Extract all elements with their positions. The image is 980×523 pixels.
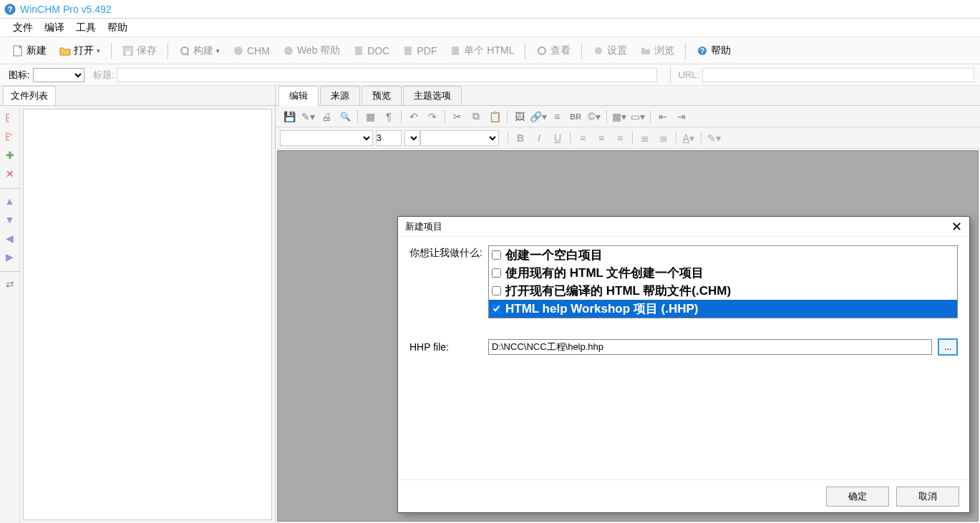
br-button[interactable]: BR <box>567 108 584 125</box>
underline-icon[interactable]: U <box>549 129 566 147</box>
edit-icon[interactable]: ✎▾ <box>299 108 316 125</box>
cut-icon[interactable]: ✂ <box>449 108 466 125</box>
svg-point-13 <box>595 47 602 54</box>
svg-text:?: ? <box>700 47 704 55</box>
editor-separator <box>650 110 651 123</box>
editor-separator <box>676 132 676 145</box>
side-separator <box>0 185 19 189</box>
undo-icon[interactable]: ↶ <box>405 108 422 125</box>
file-tree[interactable] <box>23 109 272 520</box>
font-size-input[interactable] <box>376 130 402 146</box>
prompt-label: 你想让我做什么: <box>409 245 488 318</box>
toolbar-separator <box>525 43 525 59</box>
title-input[interactable] <box>117 68 657 82</box>
copy-icon[interactable]: ⧉ <box>467 108 485 125</box>
view-button[interactable]: 查看 <box>530 42 576 59</box>
tab-filelist[interactable]: 文件列表 <box>3 86 56 105</box>
option-list[interactable]: 创建一个空白项目 使用现有的 HTML 文件创建一个项目 打开现有已编译的 HT… <box>488 245 958 318</box>
build-button[interactable]: 构建 ▾ <box>173 42 225 59</box>
option-blank-project[interactable]: 创建一个空白项目 <box>489 246 957 264</box>
italic-icon[interactable]: I <box>530 129 548 147</box>
option-checkbox[interactable] <box>492 268 501 278</box>
print-icon[interactable]: 🖨 <box>318 108 335 125</box>
paste-icon[interactable]: 📋 <box>486 108 503 125</box>
new-button[interactable]: 新建 <box>6 42 52 59</box>
option-checkbox[interactable] <box>492 286 501 295</box>
sort-icon[interactable]: ⇄ <box>2 276 18 292</box>
format-select[interactable] <box>420 130 499 146</box>
svg-rect-9 <box>355 47 362 55</box>
close-icon[interactable]: ✕ <box>951 219 962 235</box>
menu-file[interactable]: 文件 <box>7 20 39 36</box>
webhelp-button[interactable]: Web 帮助 <box>277 42 346 59</box>
doc-button[interactable]: DOC <box>347 43 395 59</box>
indent-right-icon[interactable]: ▶ <box>2 249 18 265</box>
singlehtml-button[interactable]: 单个 HTML <box>444 42 520 59</box>
chm-button[interactable]: CHM <box>227 43 276 59</box>
option-checkbox[interactable] <box>492 304 501 313</box>
font-select[interactable] <box>280 130 373 146</box>
align-center-icon[interactable]: ≡ <box>593 129 610 147</box>
add-item-icon[interactable]: ✚ <box>2 147 18 163</box>
save-button[interactable]: 保存 <box>117 42 162 59</box>
list-unordered-icon[interactable]: ≣ <box>655 129 672 147</box>
tree-collapse-icon[interactable] <box>2 129 18 145</box>
url-input[interactable] <box>702 68 974 82</box>
option-existing-html[interactable]: 使用现有的 HTML 文件创建一个项目 <box>489 264 957 282</box>
help-icon: ? <box>697 45 708 57</box>
browse-button[interactable]: 浏览 <box>634 42 680 59</box>
align-left-icon[interactable]: ≡ <box>574 129 591 147</box>
ok-button[interactable]: 确定 <box>826 487 889 507</box>
align-right-icon[interactable]: ≡ <box>611 129 629 147</box>
toolbar-separator <box>168 43 168 59</box>
selectall-icon[interactable]: ▦ <box>362 108 379 125</box>
option-checkbox[interactable] <box>492 250 501 260</box>
font-color-icon[interactable]: A▾ <box>680 129 697 147</box>
hhp-file-input[interactable] <box>488 339 932 355</box>
tab-topic-options[interactable]: 主题选项 <box>403 86 462 105</box>
browse-file-button[interactable]: ... <box>938 338 958 356</box>
list-ordered-icon[interactable]: ≣ <box>636 129 654 147</box>
find-icon[interactable]: 🔍 <box>336 108 354 125</box>
option-hhp-project[interactable]: HTML help Workshop 项目 (.HHP) <box>489 300 957 318</box>
font-size-dropdown[interactable] <box>404 130 420 146</box>
toolbar-separator <box>581 43 582 59</box>
copyright-icon[interactable]: ©▾ <box>586 108 603 125</box>
delete-item-icon[interactable]: ✕ <box>2 166 18 182</box>
menu-help[interactable]: 帮助 <box>102 20 133 36</box>
tab-source[interactable]: 来源 <box>320 86 360 105</box>
outdent-icon[interactable]: ⇤ <box>654 108 671 125</box>
move-up-icon[interactable]: ▲ <box>2 193 18 209</box>
open-button[interactable]: 打开 ▾ <box>54 42 106 59</box>
icon-select[interactable] <box>33 68 84 82</box>
editor-separator <box>507 110 508 123</box>
table-icon[interactable]: ▦▾ <box>611 108 628 125</box>
tab-edit[interactable]: 编辑 <box>278 86 319 106</box>
menu-tool[interactable]: 工具 <box>70 20 102 36</box>
cell-icon[interactable]: ▭▾ <box>629 108 646 125</box>
tab-preview[interactable]: 预览 <box>362 86 402 105</box>
tree-expand-icon[interactable] <box>2 110 18 126</box>
settings-button[interactable]: 设置 <box>587 42 633 59</box>
editor-separator <box>570 132 571 145</box>
svg-point-12 <box>538 47 545 54</box>
highlight-icon[interactable]: ✎▾ <box>705 129 722 147</box>
cancel-button[interactable]: 取消 <box>896 487 959 507</box>
option-existing-chm[interactable]: 打开现有已编译的 HTML 帮助文件(.CHM) <box>489 282 957 300</box>
image-icon[interactable]: 🖼 <box>511 108 528 125</box>
hr-icon[interactable]: ≡ <box>548 108 566 125</box>
menu-compile[interactable]: 编译 <box>39 20 70 36</box>
indent-icon[interactable]: ⇥ <box>673 108 690 125</box>
move-down-icon[interactable]: ▼ <box>2 212 18 228</box>
help-button[interactable]: ? 帮助 <box>691 42 737 59</box>
bold-icon[interactable]: B <box>512 129 529 147</box>
save-icon[interactable]: 💾 <box>281 108 298 125</box>
singlehtml-icon <box>450 45 461 57</box>
indent-left-icon[interactable]: ◀ <box>2 230 18 246</box>
link-icon[interactable]: 🔗▾ <box>530 108 547 125</box>
open-folder-icon <box>59 45 71 57</box>
paragraph-icon[interactable]: ¶ <box>380 108 397 125</box>
redo-icon[interactable]: ↷ <box>424 108 441 125</box>
pdf-button[interactable]: PDF <box>397 43 442 59</box>
svg-rect-11 <box>452 47 459 55</box>
